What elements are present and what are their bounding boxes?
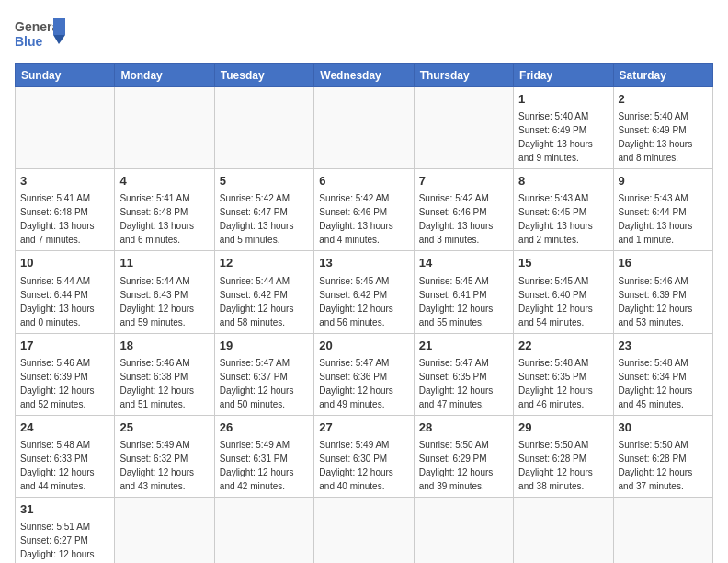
- day-number: 27: [319, 419, 408, 436]
- calendar-cell: 23Sunrise: 5:48 AM Sunset: 6:34 PM Dayli…: [613, 333, 712, 415]
- calendar-cell: 17Sunrise: 5:46 AM Sunset: 6:39 PM Dayli…: [16, 333, 115, 415]
- day-info: Sunrise: 5:41 AM Sunset: 6:48 PM Dayligh…: [119, 191, 209, 247]
- day-info: Sunrise: 5:42 AM Sunset: 6:47 PM Dayligh…: [220, 191, 309, 247]
- calendar-cell: [514, 497, 613, 563]
- calendar-cell: 25Sunrise: 5:49 AM Sunset: 6:32 PM Dayli…: [115, 415, 214, 497]
- day-info: Sunrise: 5:47 AM Sunset: 6:36 PM Dayligh…: [319, 356, 408, 411]
- calendar-cell: 29Sunrise: 5:50 AM Sunset: 6:28 PM Dayli…: [514, 415, 613, 497]
- day-info: Sunrise: 5:45 AM Sunset: 6:41 PM Dayligh…: [419, 274, 508, 329]
- calendar-cell: [214, 87, 313, 169]
- day-info: Sunrise: 5:42 AM Sunset: 6:46 PM Dayligh…: [419, 191, 508, 247]
- calendar-cell: 20Sunrise: 5:47 AM Sunset: 6:36 PM Dayli…: [314, 333, 414, 415]
- general-blue-logo-icon: GeneralBlue: [15, 15, 70, 56]
- day-info: Sunrise: 5:40 AM Sunset: 6:49 PM Dayligh…: [619, 109, 708, 165]
- day-info: Sunrise: 5:41 AM Sunset: 6:48 PM Dayligh…: [20, 191, 109, 247]
- day-number: 11: [119, 255, 209, 271]
- calendar-cell: 21Sunrise: 5:47 AM Sunset: 6:35 PM Dayli…: [414, 333, 513, 415]
- day-number: 7: [419, 173, 508, 190]
- day-number: 5: [220, 173, 309, 190]
- weekday-header-sunday: Sunday: [16, 64, 115, 87]
- day-number: 3: [20, 173, 109, 190]
- calendar-cell: 12Sunrise: 5:44 AM Sunset: 6:42 PM Dayli…: [214, 251, 313, 333]
- day-info: Sunrise: 5:49 AM Sunset: 6:32 PM Dayligh…: [119, 438, 209, 493]
- day-info: Sunrise: 5:44 AM Sunset: 6:42 PM Dayligh…: [220, 274, 309, 329]
- day-info: Sunrise: 5:48 AM Sunset: 6:34 PM Dayligh…: [619, 356, 708, 411]
- week-row-4: 17Sunrise: 5:46 AM Sunset: 6:39 PM Dayli…: [16, 333, 713, 415]
- calendar-cell: 13Sunrise: 5:45 AM Sunset: 6:42 PM Dayli…: [314, 251, 414, 333]
- day-number: 2: [619, 91, 708, 108]
- weekday-header-saturday: Saturday: [613, 64, 712, 87]
- calendar-cell: [414, 87, 513, 169]
- day-number: 14: [419, 255, 508, 271]
- day-info: Sunrise: 5:45 AM Sunset: 6:42 PM Dayligh…: [319, 274, 408, 329]
- calendar-cell: [414, 497, 513, 563]
- day-info: Sunrise: 5:42 AM Sunset: 6:46 PM Dayligh…: [319, 191, 408, 247]
- day-info: Sunrise: 5:49 AM Sunset: 6:30 PM Dayligh…: [319, 438, 408, 493]
- calendar-cell: 4Sunrise: 5:41 AM Sunset: 6:48 PM Daylig…: [115, 169, 214, 251]
- calendar-cell: 28Sunrise: 5:50 AM Sunset: 6:29 PM Dayli…: [414, 415, 513, 497]
- calendar-cell: 10Sunrise: 5:44 AM Sunset: 6:44 PM Dayli…: [16, 251, 115, 333]
- day-number: 29: [518, 419, 608, 436]
- weekday-header-wednesday: Wednesday: [314, 64, 414, 87]
- day-info: Sunrise: 5:43 AM Sunset: 6:44 PM Dayligh…: [619, 191, 708, 247]
- day-info: Sunrise: 5:47 AM Sunset: 6:37 PM Dayligh…: [220, 356, 309, 411]
- calendar-cell: [214, 497, 313, 563]
- day-number: 9: [619, 173, 708, 190]
- week-row-5: 24Sunrise: 5:48 AM Sunset: 6:33 PM Dayli…: [16, 415, 713, 497]
- day-number: 18: [119, 338, 209, 354]
- svg-marker-3: [53, 35, 65, 44]
- calendar-cell: 1Sunrise: 5:40 AM Sunset: 6:49 PM Daylig…: [514, 87, 613, 169]
- day-number: 6: [319, 173, 408, 190]
- day-info: Sunrise: 5:48 AM Sunset: 6:33 PM Dayligh…: [20, 438, 109, 493]
- calendar-cell: 16Sunrise: 5:46 AM Sunset: 6:39 PM Dayli…: [613, 251, 712, 333]
- day-number: 4: [119, 173, 209, 190]
- day-number: 1: [518, 91, 608, 108]
- day-info: Sunrise: 5:46 AM Sunset: 6:38 PM Dayligh…: [119, 356, 209, 411]
- day-info: Sunrise: 5:44 AM Sunset: 6:43 PM Dayligh…: [119, 274, 209, 329]
- calendar-cell: [314, 87, 414, 169]
- svg-marker-2: [53, 18, 65, 35]
- day-info: Sunrise: 5:43 AM Sunset: 6:45 PM Dayligh…: [518, 191, 608, 247]
- weekday-header-row: SundayMondayTuesdayWednesdayThursdayFrid…: [16, 64, 713, 87]
- calendar-cell: [115, 87, 214, 169]
- calendar-cell: 22Sunrise: 5:48 AM Sunset: 6:35 PM Dayli…: [514, 333, 613, 415]
- day-info: Sunrise: 5:50 AM Sunset: 6:28 PM Dayligh…: [518, 438, 608, 493]
- calendar-cell: 8Sunrise: 5:43 AM Sunset: 6:45 PM Daylig…: [514, 169, 613, 251]
- calendar-cell: [314, 497, 414, 563]
- day-info: Sunrise: 5:45 AM Sunset: 6:40 PM Dayligh…: [518, 274, 608, 329]
- week-row-3: 10Sunrise: 5:44 AM Sunset: 6:44 PM Dayli…: [16, 251, 713, 333]
- day-info: Sunrise: 5:46 AM Sunset: 6:39 PM Dayligh…: [619, 274, 708, 329]
- day-number: 15: [518, 255, 608, 271]
- calendar-cell: 27Sunrise: 5:49 AM Sunset: 6:30 PM Dayli…: [314, 415, 414, 497]
- calendar-cell: [613, 497, 712, 563]
- day-info: Sunrise: 5:46 AM Sunset: 6:39 PM Dayligh…: [20, 356, 109, 411]
- calendar-cell: 18Sunrise: 5:46 AM Sunset: 6:38 PM Dayli…: [115, 333, 214, 415]
- day-info: Sunrise: 5:50 AM Sunset: 6:29 PM Dayligh…: [419, 438, 508, 493]
- day-number: 23: [619, 338, 708, 354]
- calendar-cell: 9Sunrise: 5:43 AM Sunset: 6:44 PM Daylig…: [613, 169, 712, 251]
- day-number: 13: [319, 255, 408, 271]
- day-number: 12: [220, 255, 309, 271]
- week-row-2: 3Sunrise: 5:41 AM Sunset: 6:48 PM Daylig…: [16, 169, 713, 251]
- calendar-cell: 31Sunrise: 5:51 AM Sunset: 6:27 PM Dayli…: [16, 497, 115, 563]
- page-header: GeneralBlue: [15, 15, 713, 56]
- calendar-cell: [16, 87, 115, 169]
- day-info: Sunrise: 5:48 AM Sunset: 6:35 PM Dayligh…: [518, 356, 608, 411]
- logo: GeneralBlue: [15, 15, 70, 56]
- day-number: 28: [419, 419, 508, 436]
- day-number: 26: [220, 419, 309, 436]
- calendar-cell: 30Sunrise: 5:50 AM Sunset: 6:28 PM Dayli…: [613, 415, 712, 497]
- day-number: 10: [20, 255, 109, 271]
- day-number: 25: [119, 419, 209, 436]
- calendar-cell: 15Sunrise: 5:45 AM Sunset: 6:40 PM Dayli…: [514, 251, 613, 333]
- day-number: 21: [419, 338, 508, 354]
- calendar-cell: 14Sunrise: 5:45 AM Sunset: 6:41 PM Dayli…: [414, 251, 513, 333]
- day-number: 24: [20, 419, 109, 436]
- day-info: Sunrise: 5:47 AM Sunset: 6:35 PM Dayligh…: [419, 356, 508, 411]
- day-info: Sunrise: 5:49 AM Sunset: 6:31 PM Dayligh…: [220, 438, 309, 493]
- calendar-cell: 2Sunrise: 5:40 AM Sunset: 6:49 PM Daylig…: [613, 87, 712, 169]
- weekday-header-friday: Friday: [514, 64, 613, 87]
- week-row-6: 31Sunrise: 5:51 AM Sunset: 6:27 PM Dayli…: [16, 497, 713, 563]
- day-info: Sunrise: 5:44 AM Sunset: 6:44 PM Dayligh…: [20, 274, 109, 329]
- day-number: 31: [20, 501, 109, 518]
